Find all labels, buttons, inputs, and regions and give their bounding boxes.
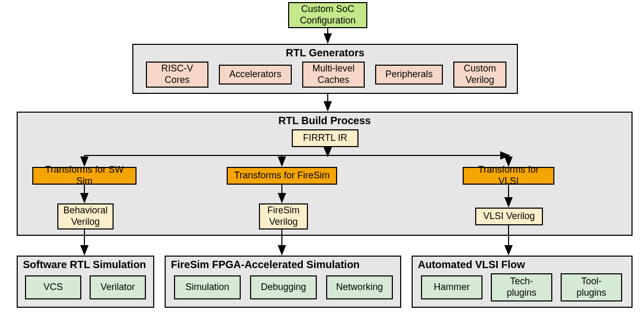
rtl-gen-caches: Multi-levelCaches — [302, 62, 365, 88]
vlsi-techplugins: Tech-plugins — [491, 273, 552, 301]
transform-firesim: Transforms for FireSim — [227, 167, 337, 185]
soc-config-box: Custom SoCConfiguration — [288, 2, 367, 28]
rtl-generators-title: RTL Generators — [286, 47, 365, 59]
output-vlsi-title: Automated VLSI Flow — [418, 259, 525, 271]
rtl-gen-custom-verilog: CustomVerilog — [453, 62, 506, 88]
output-firesim-title: FireSim FPGA-Accelerated Simulation — [171, 259, 360, 271]
rtl-gen-accelerators: Accelerators — [219, 65, 292, 84]
verilog-firesim: FireSimVerilog — [259, 203, 308, 230]
firesim-networking: Networking — [326, 275, 393, 299]
firesim-debugging: Debugging — [250, 275, 317, 299]
rtl-gen-peripherals: Peripherals — [375, 65, 443, 84]
verilog-vlsi: VLSI Verilog — [475, 208, 543, 225]
swsim-vcs: VCS — [25, 275, 81, 299]
firrtl-ir-box: FIRRTL IR — [292, 129, 358, 147]
rtl-gen-riscv: RISC-VCores — [146, 62, 208, 88]
verilog-behavioral: BehavioralVerilog — [57, 203, 114, 230]
firesim-simulation: Simulation — [174, 275, 241, 299]
rtl-build-title: RTL Build Process — [278, 115, 370, 127]
transform-swsim: Transforms for SW Sim — [32, 167, 137, 185]
transform-vlsi: Transforms for VLSI — [463, 167, 554, 185]
swsim-verilator: Verilator — [90, 275, 146, 299]
vlsi-hammer: Hammer — [421, 275, 482, 299]
vlsi-toolplugins: Tool-plugins — [561, 273, 622, 301]
output-swsim-title: Software RTL Simulation — [23, 259, 146, 271]
